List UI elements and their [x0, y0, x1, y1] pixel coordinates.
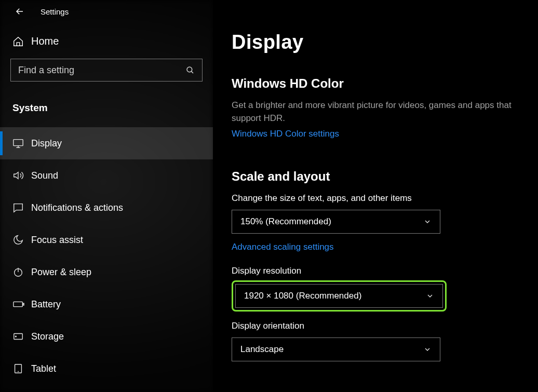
nav-list: Display Sound Notifications & actions: [0, 127, 213, 385]
sidebar-item-power-sleep[interactable]: Power & sleep: [0, 256, 213, 288]
svg-rect-10: [23, 303, 24, 305]
search-box[interactable]: [10, 59, 203, 82]
nav-label: Tablet: [31, 363, 56, 374]
hd-color-title: Windows HD Color: [232, 76, 515, 91]
nav-label: Display: [31, 138, 62, 149]
sidebar-item-focus-assist[interactable]: Focus assist: [0, 224, 213, 256]
nav-label: Power & sleep: [31, 267, 91, 278]
search-input[interactable]: [18, 65, 185, 76]
search-icon: [185, 65, 195, 75]
tablet-icon: [12, 363, 24, 374]
monitor-icon: [12, 138, 24, 149]
section-header: System: [0, 82, 213, 127]
power-icon: [12, 266, 24, 278]
orientation-label: Display orientation: [232, 321, 515, 331]
scale-layout-title: Scale and layout: [232, 169, 515, 184]
sidebar-item-display[interactable]: Display: [0, 127, 213, 159]
text-size-label: Change the size of text, apps, and other…: [232, 193, 515, 204]
svg-rect-9: [14, 302, 22, 306]
hd-color-settings-link[interactable]: Windows HD Color settings: [232, 129, 339, 139]
text-size-value: 150% (Recommended): [240, 217, 331, 227]
svg-point-12: [16, 336, 17, 337]
arrow-left-icon: [15, 7, 24, 16]
chevron-down-icon: [423, 345, 432, 354]
storage-icon: [12, 331, 24, 342]
svg-line-2: [191, 71, 193, 73]
text-size-select[interactable]: 150% (Recommended): [232, 210, 440, 234]
nav-label: Sound: [31, 170, 58, 181]
sidebar-item-storage[interactable]: Storage: [0, 320, 213, 353]
home-icon: [12, 36, 24, 47]
sidebar-item-sound[interactable]: Sound: [0, 159, 213, 192]
hd-color-desc: Get a brighter and more vibrant picture …: [232, 99, 515, 125]
moon-icon: [12, 234, 24, 246]
resolution-highlight: 1920 × 1080 (Recommended): [232, 280, 447, 312]
svg-rect-3: [14, 140, 23, 146]
resolution-label: Display resolution: [232, 266, 515, 276]
main-panel: Display Windows HD Color Get a brighter …: [213, 0, 538, 392]
chevron-down-icon: [426, 292, 434, 300]
resolution-select[interactable]: 1920 × 1080 (Recommended): [235, 284, 443, 308]
svg-marker-6: [14, 172, 18, 179]
battery-icon: [12, 299, 25, 310]
speaker-icon: [12, 170, 24, 181]
orientation-select[interactable]: Landscape: [232, 337, 440, 361]
sidebar-item-notifications[interactable]: Notifications & actions: [0, 192, 213, 224]
home-label: Home: [31, 35, 59, 47]
titlebar: Settings: [0, 0, 213, 23]
nav-label: Notifications & actions: [31, 202, 123, 213]
back-button[interactable]: [15, 6, 25, 17]
nav-label: Storage: [31, 331, 64, 342]
nav-label: Focus assist: [31, 235, 83, 246]
page-title: Display: [232, 31, 515, 53]
orientation-value: Landscape: [240, 344, 284, 355]
sidebar-item-tablet[interactable]: Tablet: [0, 353, 213, 385]
chevron-down-icon: [423, 218, 432, 226]
sidebar: Settings Home System: [0, 0, 213, 392]
sidebar-item-battery[interactable]: Battery: [0, 288, 213, 320]
message-icon: [12, 202, 24, 213]
resolution-value: 1920 × 1080 (Recommended): [244, 291, 361, 301]
nav-label: Battery: [31, 299, 61, 310]
app-title: Settings: [41, 7, 69, 16]
advanced-scaling-link[interactable]: Advanced scaling settings: [232, 242, 334, 252]
svg-point-1: [187, 67, 192, 72]
home-nav[interactable]: Home: [0, 23, 213, 59]
